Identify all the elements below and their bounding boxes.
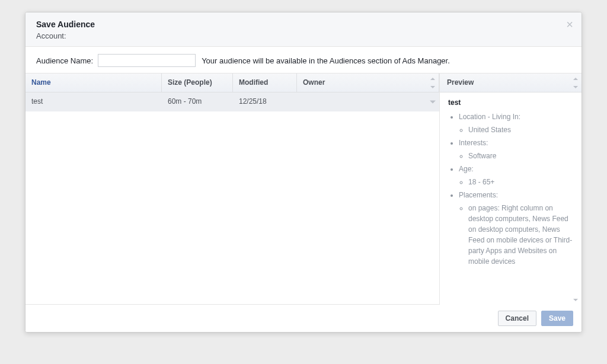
audience-name-label: Audience Name:: [36, 56, 93, 65]
preview-body: test Location - Living In: United States…: [440, 92, 582, 305]
dialog-header: Save Audience Account: ×: [25, 12, 582, 47]
preview-subitem: on pages: Right column on desktop comput…: [468, 203, 573, 267]
sort-arrows-icon: [573, 74, 578, 92]
preview-subitem: Software: [468, 151, 573, 161]
chevron-down-icon: [573, 299, 578, 301]
preview-item: Placements: on pages: Right column on de…: [459, 190, 573, 267]
table-body: test 60m - 70m 12/25/18: [25, 92, 439, 305]
preview-title: test: [448, 98, 573, 107]
dialog-footer: Cancel Save: [25, 305, 582, 332]
audience-name-input[interactable]: [98, 54, 196, 67]
preview-header: Preview: [440, 74, 582, 92]
save-button[interactable]: Save: [541, 311, 573, 326]
column-header-owner[interactable]: Owner: [297, 74, 439, 92]
preview-list: Location - Living In: United States Inte…: [448, 111, 573, 267]
preview-subitem: United States: [468, 124, 573, 135]
cell-modified: 12/25/18: [233, 92, 297, 111]
close-icon[interactable]: ×: [566, 18, 573, 30]
column-header-modified[interactable]: Modified: [233, 74, 297, 92]
dialog-title: Save Audience: [36, 20, 571, 29]
preview-item: Location - Living In: United States: [459, 111, 573, 135]
cell-size: 60m - 70m: [162, 92, 233, 111]
preview-item: Age: 18 - 65+: [459, 164, 573, 187]
column-header-size[interactable]: Size (People): [162, 74, 233, 92]
column-header-name[interactable]: Name: [25, 74, 162, 92]
preview-item: Interests: Software: [459, 138, 573, 161]
cell-name: test: [25, 92, 162, 111]
account-label: Account:: [36, 31, 571, 40]
preview-panel: Preview test Location - Living In: Unite…: [439, 74, 582, 305]
dialog-body: Name Size (People) Modified Owner test 6…: [25, 74, 582, 305]
table-row[interactable]: test 60m - 70m 12/25/18: [25, 92, 439, 111]
audience-name-help: Your audience will be available in the A…: [202, 56, 450, 65]
audience-name-row: Audience Name: Your audience will be ava…: [25, 47, 582, 74]
preview-subitem: 18 - 65+: [468, 177, 573, 187]
audience-table: Name Size (People) Modified Owner test 6…: [25, 74, 439, 305]
sort-arrows-icon: [430, 74, 435, 92]
preview-header-label: Preview: [447, 78, 474, 87]
cancel-button[interactable]: Cancel: [498, 311, 536, 326]
table-header-row: Name Size (People) Modified Owner: [25, 74, 439, 92]
cell-owner: [297, 92, 439, 111]
column-header-owner-label: Owner: [303, 78, 325, 87]
save-audience-dialog: Save Audience Account: × Audience Name: …: [25, 12, 582, 333]
row-dropdown-icon[interactable]: [430, 101, 436, 104]
